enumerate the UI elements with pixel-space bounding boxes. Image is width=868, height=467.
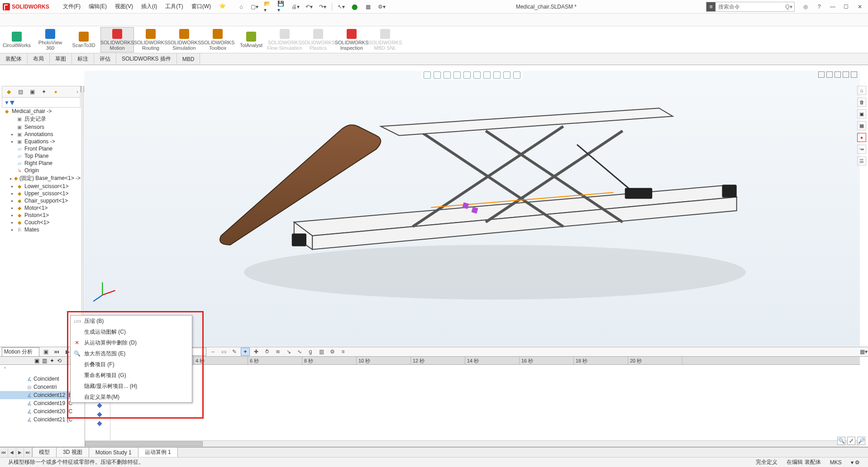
mt-ico-2[interactable]: ▭ (219, 348, 228, 356)
cmd-solidworks[interactable]: SOLIDWORKS Plastics (301, 27, 335, 52)
spring-icon[interactable]: ≋ (273, 348, 282, 356)
zoom-out-icon[interactable]: 🔍 (837, 437, 845, 445)
zoom-in-icon[interactable]: 🔎 (857, 437, 865, 445)
print-icon[interactable]: 🖨▾ (291, 2, 300, 11)
menu-file[interactable]: 文件(F) (60, 1, 83, 12)
tree-item[interactable]: ▸◆(固定) Base_frame<1> -> (2, 174, 81, 183)
cmdtab-草图[interactable]: 草图 (50, 53, 72, 65)
hud-btn[interactable] (424, 71, 431, 79)
tab-prev-icon[interactable]: ◀ (8, 448, 16, 457)
maximize-icon[interactable]: ☐ (841, 2, 852, 12)
tree-root[interactable]: ◆ Medical_chair -> (2, 108, 81, 115)
chevron-right-icon[interactable]: › (76, 89, 78, 95)
select-icon[interactable]: ↖▾ (337, 2, 346, 11)
tab-next-icon[interactable]: ▶ (16, 448, 24, 457)
vertical-splitter[interactable] (81, 86, 84, 346)
context-item[interactable]: 自定义菜单(M) (71, 392, 192, 402)
motion-type-select[interactable]: Motion 分析 (2, 347, 39, 357)
mt-ico-1[interactable]: → (208, 348, 217, 356)
mth-ico[interactable]: ⟲ (57, 358, 62, 364)
tree-item[interactable]: ▸◆Piston<1> (2, 212, 81, 219)
context-item[interactable]: 折叠项目 (F) (71, 359, 192, 370)
cmdtab-布局[interactable]: 布局 (28, 53, 50, 65)
cmdtab-标注[interactable]: 标注 (72, 53, 94, 65)
menu-insert[interactable]: 插入(I) (138, 1, 160, 12)
bottom-tab[interactable]: 运动算例 1 (138, 448, 178, 457)
vp-max-icon[interactable] (843, 71, 849, 78)
taskpane-res-icon[interactable]: 🗑 (857, 98, 866, 107)
cmd-solidworks[interactable]: SOLIDWORKS Inspection (335, 27, 368, 52)
fm-dim-icon[interactable]: ✦ (39, 87, 48, 96)
tree-item[interactable]: ▸▣Annotations (2, 131, 81, 138)
motion-settings-icon[interactable]: ⚙ (328, 348, 337, 356)
cmd-solidworks[interactable]: SOLIDWORKS Motion (100, 27, 134, 52)
fm-appearance-icon[interactable]: ● (51, 87, 60, 96)
bottom-tab[interactable]: 模型 (33, 448, 57, 457)
tree-item[interactable]: ▱Front Plane (2, 145, 81, 152)
hud-btn[interactable] (483, 71, 491, 79)
bottom-tab[interactable]: Motion Study 1 (89, 448, 138, 457)
tree-item[interactable]: ▱Right Plane (2, 160, 81, 167)
autokey-icon[interactable]: ✦ (241, 348, 250, 356)
graphics-viewport[interactable] (84, 71, 860, 346)
expand-icon[interactable]: ▸ (10, 132, 14, 137)
tree-item[interactable]: ▸▣Equations -> (2, 138, 81, 145)
vp-btn-2[interactable] (826, 71, 833, 78)
close-icon[interactable]: ✕ (854, 2, 865, 12)
mt-ico-3[interactable]: ✎ (230, 348, 239, 356)
cmdtab-SOLIDWORKS 插件[interactable]: SOLIDWORKS 插件 (116, 53, 177, 65)
cmd-solidworks[interactable]: SOLIDWORKS Flow Simulation (268, 27, 301, 52)
tree-item[interactable]: ▸◆Upper_scissor<1> (2, 190, 81, 197)
hud-btn[interactable] (513, 71, 520, 79)
context-item[interactable]: 🔍放大所选范围 (E) (71, 348, 192, 359)
hud-btn[interactable] (463, 71, 471, 79)
zoom-fit-icon[interactable]: ⤢ (847, 437, 855, 445)
vp-close-icon[interactable] (851, 71, 857, 78)
collapse-timeline-icon[interactable]: ▦▾ (859, 348, 868, 356)
cmd-solidworks[interactable]: SOLIDWORKS MBD SNL (368, 27, 402, 52)
menu-view[interactable]: 视图(V) (112, 1, 136, 12)
mth-ico[interactable]: ✦ (50, 358, 54, 364)
tree-item[interactable]: ▸⎘Mates (2, 226, 81, 233)
search-box[interactable]: ≡ Q▾ (706, 2, 795, 12)
menu-overflow[interactable]: ⭐ (216, 1, 229, 12)
mth-ico[interactable]: ▥ (42, 358, 47, 364)
options-icon[interactable]: ▦ (364, 2, 373, 11)
expand-icon[interactable]: ▸ (10, 176, 12, 181)
menu-tools[interactable]: 工具(T) (162, 1, 186, 12)
menu-edit[interactable]: 编辑(E) (86, 1, 110, 12)
cmd-photoview[interactable]: PhotoView 360 (33, 27, 67, 52)
cmdtab-MBD[interactable]: MBD (177, 53, 200, 65)
timeline-scrollbar[interactable] (85, 440, 860, 447)
minimize-icon[interactable]: — (827, 2, 838, 12)
tree-item[interactable]: ▸◆Couch<1> (2, 219, 81, 226)
scrollbar-thumb[interactable] (85, 441, 203, 446)
mth-ico[interactable]: ▣ (34, 358, 39, 364)
expand-icon[interactable]: ▸ (10, 139, 14, 144)
user-icon[interactable]: ◎ (800, 2, 811, 12)
tree-item[interactable]: ▸◆Chair_support<1> (2, 197, 81, 204)
hud-btn[interactable] (453, 71, 461, 79)
motion-to-start-icon[interactable]: ⏮ (52, 348, 61, 356)
cmd-tolanalyst[interactable]: TolAnalyst (234, 27, 268, 52)
cmd-solidworks[interactable]: SOLIDWORKS Simulation (167, 27, 201, 52)
contact-icon[interactable]: ∿ (295, 348, 304, 356)
taskpane-prop-icon[interactable]: ≔ (857, 145, 866, 154)
home-icon[interactable]: ⌂ (237, 2, 246, 11)
cmd-solidworks[interactable]: SOLIDWORKS Toolbox (201, 27, 234, 52)
undo-icon[interactable]: ↶▾ (305, 2, 314, 11)
motion-more-icon[interactable]: ≡ (339, 348, 348, 356)
status-units[interactable]: MKS (825, 459, 846, 466)
hud-btn[interactable] (434, 71, 441, 79)
help-icon[interactable]: ? (814, 2, 825, 12)
keyframe-icon[interactable] (97, 421, 102, 426)
context-item[interactable]: 隐藏/显示树项目... (H) (71, 381, 192, 392)
search-go-icon[interactable]: Q▾ (783, 4, 794, 10)
results-icon[interactable]: ▥ (317, 348, 326, 356)
tree-item[interactable]: ▸◆Lower_scissor<1> (2, 183, 81, 190)
tree-item[interactable]: ▱Top Plane (2, 152, 81, 160)
redo-icon[interactable]: ↷▾ (318, 2, 327, 11)
expand-icon[interactable]: ▸ (10, 198, 14, 203)
tree-item[interactable]: ▣历史记录 (2, 115, 81, 123)
hud-btn[interactable] (493, 71, 501, 79)
